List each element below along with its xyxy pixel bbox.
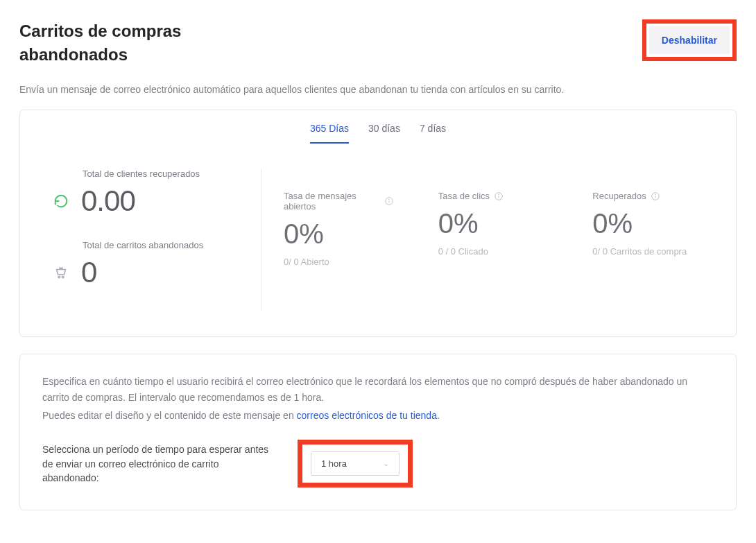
config-paragraph-2: Puedes editar el diseño y el contenido d…: [42, 408, 714, 423]
metric-recovered-value: 0%: [592, 208, 703, 239]
time-selector-value: 1 hora: [321, 458, 347, 469]
metric-open-rate-sub: 0/ 0 Abierto: [284, 257, 394, 267]
svg-point-12: [655, 194, 655, 195]
config-paragraph-1: Especifica en cuánto tiempo el usuario r…: [42, 374, 714, 405]
left-stats-column: Total de clientes recuperados 0.00 Total…: [53, 169, 261, 311]
recovered-clients-value: 0.00: [81, 184, 135, 218]
time-selector-dropdown[interactable]: 1 hora ⌄: [311, 451, 400, 476]
metric-click-rate: Tasa de clics 0% 0 / 0 Clicado: [438, 191, 549, 257]
refresh-icon: [53, 193, 69, 209]
page-title: Carritos de compras abandonados: [19, 19, 227, 66]
chevron-down-icon: ⌄: [383, 459, 389, 468]
metric-recovered-sub: 0/ 0 Carritos de compra: [592, 246, 703, 257]
metric-click-rate-sub: 0 / 0 Clicado: [438, 246, 549, 257]
info-icon[interactable]: [384, 196, 394, 206]
page-description: Envía un mensaje de correo electrónico a…: [19, 83, 737, 97]
tab-365-days[interactable]: 365 Días: [310, 123, 349, 144]
svg-point-0: [58, 276, 60, 278]
config-card: Especifica en cuánto tiempo el usuario r…: [19, 354, 737, 510]
store-emails-link[interactable]: correos electrónicos de tu tienda.: [297, 410, 440, 421]
metric-recovered: Recuperados 0% 0/ 0 Carritos de compra: [592, 191, 703, 257]
stats-card: 365 Días 30 días 7 días Total de cliente…: [19, 110, 737, 337]
tab-7-days[interactable]: 7 días: [420, 123, 446, 144]
metric-open-rate-value: 0%: [284, 218, 394, 250]
disable-button[interactable]: Deshabilitar: [649, 26, 730, 54]
highlight-time-selector: 1 hora ⌄: [298, 440, 413, 488]
info-icon[interactable]: [651, 191, 660, 201]
abandoned-carts-label: Total de carritos abandonados: [83, 240, 244, 250]
abandoned-carts-value: 0: [81, 256, 96, 289]
cart-icon: [53, 265, 69, 280]
time-range-tabs: 365 Días 30 días 7 días: [20, 110, 736, 144]
metric-open-rate: Tasa de mensajes abiertos 0% 0/ 0 Abiert…: [284, 191, 394, 267]
time-selector-label: Selecciona un período de tiempo para esp…: [42, 442, 278, 485]
highlight-disable-button: Deshabilitar: [642, 19, 737, 61]
metrics-column: Tasa de mensajes abiertos 0% 0/ 0 Abiert…: [261, 169, 703, 311]
metric-recovered-title: Recuperados: [592, 191, 646, 201]
metric-click-rate-title: Tasa de clics: [438, 191, 490, 201]
metric-click-rate-value: 0%: [438, 208, 549, 239]
svg-point-9: [499, 194, 499, 195]
config-paragraph-2-pre: Puedes editar el diseño y el contenido d…: [42, 410, 297, 421]
recovered-clients-label: Total de clientes recuperados: [83, 169, 244, 179]
tab-30-days[interactable]: 30 días: [368, 123, 400, 144]
info-icon[interactable]: [494, 191, 504, 201]
metric-open-rate-title: Tasa de mensajes abiertos: [284, 191, 380, 212]
svg-point-1: [62, 276, 64, 278]
svg-point-6: [388, 200, 389, 200]
